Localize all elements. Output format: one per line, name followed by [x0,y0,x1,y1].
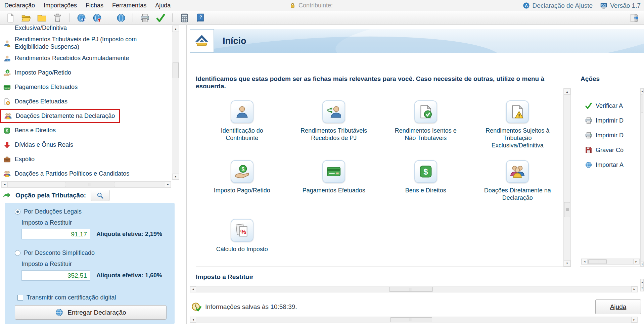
scroll-right-button[interactable] [165,182,171,187]
shortcut-imposto-pago-retido[interactable]: $Imposto Pago/Retido [196,160,288,219]
shortcut-calculo-do-imposto[interactable]: %Cálculo do Imposto [196,219,288,267]
scroll-left-button[interactable] [190,317,196,323]
scrollbar-thumb[interactable] [389,287,433,292]
scrollbar-track[interactable] [196,317,631,323]
exit-button[interactable] [629,12,639,23]
scroll-left-button[interactable] [582,259,588,264]
scrollbar-thumb[interactable] [641,94,643,112]
scroll-right-button[interactable] [631,286,637,292]
menu-importacoes[interactable]: Importações [39,0,81,11]
action-verificar-a[interactable]: Verificar A [580,98,641,113]
action-imprimir-d[interactable]: Imprimir D [580,128,641,143]
calculator-button[interactable] [179,12,190,23]
scroll-left-button[interactable] [190,286,196,292]
radio-button[interactable] [15,209,20,215]
shortcut-rendimentos-isentos-e-nao-tributaveis[interactable]: Rendimentos Isentos e Não Tributáveis [380,88,472,160]
lower-section-vscrollbar [640,279,644,291]
sidebar-item-bens-e-direitos[interactable]: $Bens e Direitos [0,123,59,138]
globe-online-button[interactable] [116,12,126,23]
sidebar-item-dividas-e-onus-reais[interactable]: Dívidas e Ônus Reais [0,138,77,152]
scroll-right-button[interactable] [633,259,639,264]
sidebar-item-exclusiva-definitiva[interactable]: Exclusiva/Definitiva [0,25,70,35]
sidebar-item-label: Rendimentos Tributáveis de PJ (Imposto c… [15,36,146,50]
scrollbar-thumb[interactable] [390,317,432,322]
ficha-list: Exclusiva/DefinitivaRendimentos Tributáv… [0,25,171,181]
scrollbar-track[interactable] [172,32,179,174]
shortcut-label: Bens e Direitos [405,187,446,194]
help-book-button[interactable]: ? [195,12,205,23]
menu-ajuda[interactable]: Ajuda [151,0,175,11]
action-label: Importar A [596,161,624,169]
sidebar-item-label: Espólio [15,156,35,163]
scroll-up-button[interactable] [641,88,644,93]
magnifier-icon [96,192,104,199]
scrollbar-thumb[interactable] [588,259,607,264]
printer-button[interactable] [139,12,150,23]
scroll-right-button[interactable] [631,317,637,323]
scroll-down-button[interactable] [564,260,570,266]
shortcut-doacoes-diretamente-na-declaracao[interactable]: Doações Diretamente na Declaração [472,160,564,219]
radio-row[interactable]: Por Deduções Legais [15,208,170,215]
scrollbar-thumb[interactable] [564,202,570,217]
scrollbar-track[interactable] [196,286,631,292]
sidebar-item-rendimentos-tributaveis-de-pj-imposto-com-exigibilidade-suspensa[interactable]: Rendimentos Tributáveis de PJ (Imposto c… [0,35,150,51]
sidebar-item-label: Dívidas e Ônus Reais [15,141,73,149]
sidebar-item-doacoes-efetuadas[interactable]: $Doações Efetuadas [0,94,71,109]
tributacao-panel: Por Deduções Legais Imposto a Restituir … [5,203,175,324]
menu-declaracao[interactable]: Declaração [0,0,39,11]
trash-icon [53,13,62,23]
checkbox-label: Transmitir com certificação digital [27,294,116,301]
open-folder-button[interactable] [20,12,31,23]
scroll-up-button[interactable] [564,89,570,95]
scrollbar-track[interactable] [641,93,644,262]
scrollbar-thumb[interactable] [65,182,115,187]
tributacao-search-button[interactable] [91,190,109,201]
certificado-checkbox[interactable] [17,295,23,300]
menu-ferramentas[interactable]: Ferramentas [108,0,151,11]
sidebar-item-imposto-pago-retido[interactable]: $Imposto Pago/Retido [0,65,75,80]
scroll-down-button[interactable] [172,174,179,180]
scrollbar-thumb[interactable] [173,62,179,78]
shortcut-tile [231,100,254,123]
scroll-down-button[interactable] [641,262,644,267]
trash-button[interactable] [52,12,63,23]
sidebar-item-doacoes-diretamente-na-declaracao[interactable]: Doações Diretamente na Declaração [0,109,120,123]
scroll-down-button[interactable] [641,285,644,291]
certificado-checkbox-row[interactable]: Transmitir com certificação digital [17,294,170,301]
action-imprimir-d[interactable]: Imprimir D [580,113,641,128]
shortcut-identificacao-do-contribuinte[interactable]: Identificação do Contribuinte [196,88,288,160]
globe-import-button[interactable] [76,12,87,23]
tributacao-option-deducoes-legais: Por Deduções Legais Imposto a Restituir … [15,208,170,239]
scroll-up-button[interactable] [172,26,179,32]
sidebar-item-rendimentos-recebidos-acumuladamente[interactable]: Rendimentos Recebidos Acumuladamente [0,51,132,65]
shortcut-bens-e-direitos[interactable]: $Bens e Direitos [380,160,472,219]
sidebar-item-doacoes-a-partidos-politicos-e-candidatos[interactable]: Doações a Partidos Políticos e Candidato… [0,167,133,181]
scrollbar-track[interactable] [8,182,165,187]
dollar-box-icon: $ [3,127,11,134]
toolbar-separator [133,13,133,22]
menu-fichas[interactable]: Fichas [81,0,108,11]
sidebar-item-pagamentos-efetuados[interactable]: Pagamentos Efetuados [0,80,81,94]
shortcut-pagamentos-efetuados[interactable]: Pagamentos Efetuados [288,160,380,219]
sidebar-item-espolio[interactable]: Espólio [0,152,38,167]
sidebar-item-label: Doações a Partidos Políticos e Candidato… [15,170,129,178]
shortcut-rendimentos-tributaveis-recebidos-de-pj[interactable]: Rendimentos Tributáveis Recebidos de PJ [288,88,380,160]
action-gravar-co[interactable]: Gravar Có [580,143,641,157]
scrollbar-track[interactable] [588,259,633,264]
verify-check-button[interactable] [155,12,166,23]
action-importar-a[interactable]: Importar A [580,157,641,172]
help-button[interactable]: Ajuda [595,299,641,314]
folder-button[interactable] [36,12,47,23]
radio-button[interactable] [15,250,20,256]
new-document-button[interactable] [5,12,15,23]
scrollbar-track[interactable] [564,95,570,260]
shortcut-tile [322,160,345,183]
entregar-declaracao-button[interactable]: Entregar Declaração [15,305,167,320]
globe-export-button[interactable] [92,12,102,23]
shortcut-rendimentos-sujeitos-a-tributacao-exclusiva-definitiva[interactable]: Rendimentos Sujeitos à Tributação Exclus… [472,88,564,160]
scroll-left-button[interactable] [2,182,8,187]
green-arrow-icon [3,191,11,199]
scroll-up-button[interactable] [641,279,644,285]
svg-text:$: $ [423,167,428,176]
radio-row[interactable]: Por Desconto Simplificado [15,249,170,257]
